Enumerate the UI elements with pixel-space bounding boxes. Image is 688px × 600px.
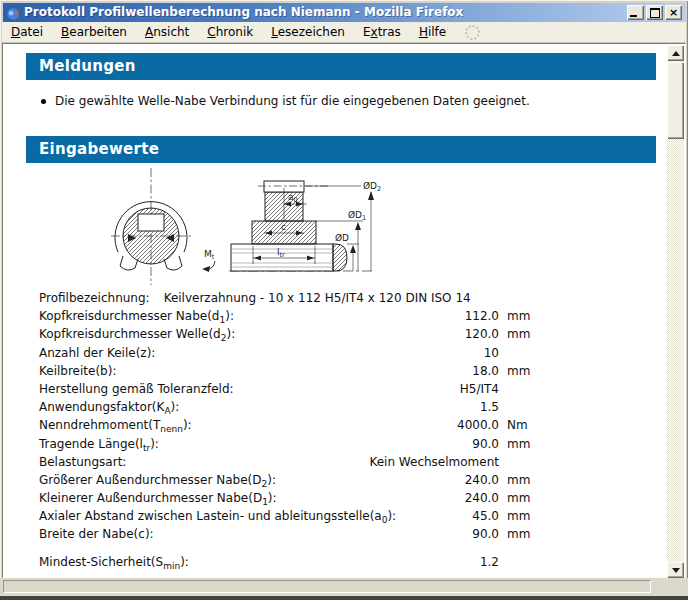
throbber-icon — [465, 25, 480, 40]
row-label: Kopfkreisdurchmesser Nabe(d1): — [39, 309, 234, 323]
row-label: Größerer Außendurchmesser Nabe(D2): — [39, 473, 276, 487]
table-rows: Kopfkreisdurchmesser Nabe(d1): 112.0 mm … — [39, 307, 604, 543]
table-row: Nenndrehmoment(Tnenn): 4000.0 Nm — [39, 416, 604, 434]
firefox-icon — [6, 6, 20, 20]
row-value: 240.0 — [319, 471, 499, 489]
table-row: Kopfkreisdurchmesser Welle(d2): 120.0 mm — [39, 325, 604, 343]
row-unit: mm — [507, 362, 530, 380]
row-value: 112.0 — [319, 307, 499, 325]
scrollbar-thumb[interactable] — [667, 62, 684, 139]
row-label: Kopfkreisdurchmesser Welle(d2): — [39, 327, 235, 341]
row-unit: mm — [507, 489, 530, 507]
svg-text:ØD: ØD — [335, 233, 349, 243]
minimize-icon — [630, 15, 637, 17]
svg-text:ØD2: ØD2 — [363, 181, 381, 193]
row-value: 90.0 — [319, 525, 499, 543]
menu-item-lesezeichen[interactable]: Lesezeichen — [262, 23, 354, 41]
title-bar[interactable]: Protokoll Profilwellenberechnung nach Ni… — [3, 3, 685, 22]
table-row: Kopfkreisdurchmesser Nabe(d1): 112.0 mm — [39, 307, 604, 325]
row-unit: mm — [507, 525, 530, 543]
row-value: 240.0 — [319, 489, 499, 507]
svg-text:c: c — [281, 222, 286, 232]
table-row: Anzahl der Keile(z): 10 — [39, 344, 604, 362]
row-unit: Nm — [507, 416, 528, 434]
table-row: Keilbreite(b): 18.0 mm — [39, 362, 604, 380]
page-content: Meldungen Die gewählte Welle-Nabe Verbin… — [3, 44, 668, 577]
table-row: Mindest-Sicherheit(Smin): 1.2 — [39, 553, 604, 571]
menu-bar: DateiBearbeitenAnsichtChronikLesezeichen… — [2, 22, 686, 43]
menu-item-datei[interactable]: Datei — [2, 23, 52, 41]
row-value: 1.2 — [319, 553, 499, 571]
row-value: 90.0 — [319, 435, 499, 453]
menu-item-extras[interactable]: Extras — [354, 23, 410, 41]
svg-text:ØD1: ØD1 — [348, 210, 366, 222]
row-value: 18.0 — [319, 362, 499, 380]
browser-window: Protokoll Profilwellenberechnung nach Ni… — [0, 0, 688, 600]
table-row: Tragende Länge(ltr): 90.0 mm — [39, 435, 604, 453]
scroll-down-button[interactable] — [667, 562, 684, 578]
row-label: Anzahl der Keile(z): — [39, 346, 155, 360]
table-row: Axialer Abstand zwischen Lastein- und ab… — [39, 507, 604, 525]
menu-item-bearbeiten[interactable]: Bearbeiten — [52, 23, 136, 41]
row-label: Belastungsart: — [39, 455, 126, 469]
table-row: Herstellung gemäß Toleranzfeld: H5/IT4 — [39, 380, 604, 398]
arrow-up-icon — [672, 51, 680, 56]
section-header-meldungen: Meldungen — [26, 53, 656, 80]
arrow-down-icon — [672, 568, 680, 573]
window-bottom-edge — [0, 596, 688, 600]
profile-label: Profilbezeichnung: — [39, 291, 150, 305]
row-unit: mm — [507, 325, 530, 343]
window-controls: × — [627, 5, 682, 20]
row-label: Mindest-Sicherheit(Smin): — [39, 555, 189, 569]
row-unit: mm — [507, 507, 530, 525]
table-row: Breite der Nabe(c): 90.0 mm — [39, 525, 604, 543]
close-icon: × — [669, 6, 678, 19]
shaft-hub-diagram: ØD2 ØD1 ØD a0 — [101, 164, 401, 289]
row-value: 120.0 — [319, 325, 499, 343]
profile-value: Keilverzahnung - 10 x 112 H5/IT4 x 120 D… — [164, 291, 471, 305]
row-label: Tragende Länge(ltr): — [39, 437, 159, 451]
close-button[interactable]: × — [665, 5, 682, 20]
menu-item-ansicht[interactable]: Ansicht — [136, 23, 198, 41]
row-value: H5/IT4 — [319, 380, 499, 398]
status-bar — [0, 578, 688, 596]
content-frame: Meldungen Die gewählte Welle-Nabe Verbin… — [2, 43, 686, 578]
table-row: Kleinerer Außendurchmesser Nabe(D1): 240… — [39, 489, 604, 507]
row-label: Breite der Nabe(c): — [39, 527, 154, 541]
row-label: Kleinerer Außendurchmesser Nabe(D1): — [39, 491, 277, 505]
maximize-icon — [650, 8, 660, 18]
bullet-icon — [41, 99, 46, 104]
status-panel — [3, 580, 651, 593]
window-title: Protokoll Profilwellenberechnung nach Ni… — [24, 3, 623, 22]
row-value: 4000.0 — [319, 416, 499, 434]
row-value: Kein Wechselmoment — [319, 453, 499, 471]
scroll-up-button[interactable] — [667, 45, 684, 61]
row-value: 10 — [319, 344, 499, 362]
svg-text:Mt: Mt — [204, 249, 215, 261]
row-label: Nenndrehmoment(Tnenn): — [39, 418, 192, 432]
minimize-button[interactable] — [627, 5, 644, 20]
row-unit: mm — [507, 307, 530, 325]
table-row: Anwendungsfaktor(KA): 1.5 — [39, 398, 604, 416]
row-label: Herstellung gemäß Toleranzfeld: — [39, 382, 234, 396]
row-label: Anwendungsfaktor(KA): — [39, 400, 179, 414]
row-value: 45.0 — [319, 507, 499, 525]
row-label: Keilbreite(b): — [39, 364, 116, 378]
vertical-scrollbar[interactable] — [667, 45, 684, 578]
menu-items: DateiBearbeitenAnsichtChronikLesezeichen… — [2, 23, 455, 41]
row-value: 1.5 — [319, 398, 499, 416]
row-unit: mm — [507, 435, 530, 453]
row-unit: mm — [507, 471, 530, 489]
table-row: Belastungsart: Kein Wechselmoment — [39, 453, 604, 471]
menu-item-chronik[interactable]: Chronik — [198, 23, 262, 41]
table-row: Größerer Außendurchmesser Nabe(D2): 240.… — [39, 471, 604, 489]
message-item: Die gewählte Welle-Nabe Verbindung ist f… — [41, 94, 530, 108]
message-text: Die gewählte Welle-Nabe Verbindung ist f… — [55, 94, 530, 108]
menu-item-hilfe[interactable]: Hilfe — [410, 23, 455, 41]
section-header-eingabewerte: Eingabewerte — [26, 136, 656, 163]
min-safety-row: Mindest-Sicherheit(Smin): 1.2 — [39, 553, 604, 571]
maximize-button[interactable] — [646, 5, 663, 20]
input-values-table: Profilbezeichnung:Keilverzahnung - 10 x … — [39, 289, 604, 571]
profile-designation-row: Profilbezeichnung:Keilverzahnung - 10 x … — [39, 289, 604, 307]
